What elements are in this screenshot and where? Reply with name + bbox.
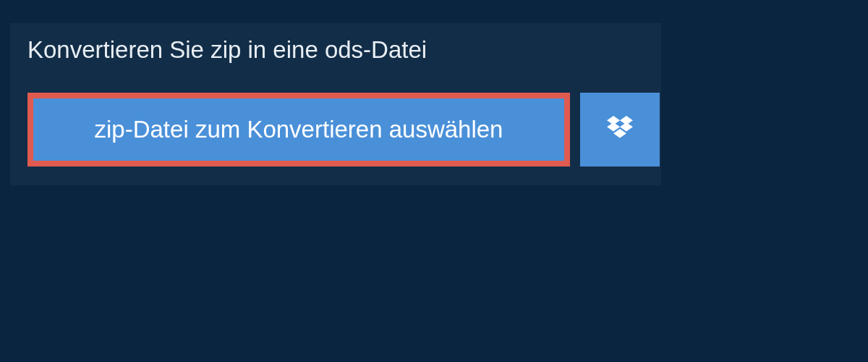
page-title: Konvertieren Sie zip in eine ods-Datei — [27, 36, 456, 64]
select-file-label: zip-Datei zum Konvertieren auswählen — [95, 116, 503, 143]
select-file-button[interactable]: zip-Datei zum Konvertieren auswählen — [27, 93, 570, 167]
dropbox-icon — [607, 116, 633, 143]
converter-panel: Konvertieren Sie zip in eine ods-Datei z… — [10, 23, 661, 185]
title-bar: Konvertieren Sie zip in eine ods-Datei — [10, 23, 473, 77]
action-row: zip-Datei zum Konvertieren auswählen — [10, 77, 661, 185]
dropbox-button[interactable] — [580, 93, 660, 167]
